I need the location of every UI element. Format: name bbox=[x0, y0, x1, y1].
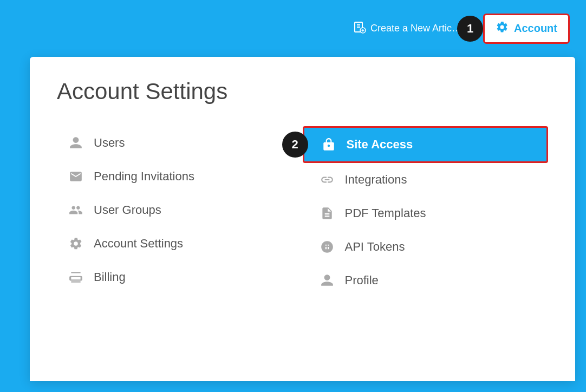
menu-item-account-settings[interactable]: Account Settings bbox=[57, 227, 303, 260]
lock-icon bbox=[321, 138, 337, 152]
main-panel: Account Settings Users Pend bbox=[30, 57, 575, 381]
profile-icon bbox=[319, 273, 335, 288]
menu-item-integrations[interactable]: Integrations bbox=[303, 163, 549, 197]
step-badge-1: 1 bbox=[457, 16, 483, 42]
menu-item-profile[interactable]: Profile bbox=[303, 264, 549, 297]
user-icon bbox=[68, 136, 84, 150]
api-icon bbox=[319, 240, 335, 254]
create-article-label: Create a New Artic… bbox=[370, 23, 461, 34]
left-menu-column: Users Pending Invitations User Gro bbox=[57, 126, 303, 297]
account-settings-label: Account Settings bbox=[94, 237, 183, 251]
top-bar: Create a New Artic… 1 Account bbox=[0, 0, 586, 57]
api-tokens-label: API Tokens bbox=[345, 240, 405, 254]
right-menu-column: 2 Site Access Int bbox=[303, 126, 549, 297]
users-label: Users bbox=[94, 136, 125, 150]
left-accent bbox=[0, 57, 30, 381]
account-button[interactable]: Account bbox=[483, 14, 570, 44]
link-icon bbox=[319, 173, 335, 187]
menu-item-user-groups[interactable]: User Groups bbox=[57, 193, 303, 227]
menu-item-pending-invitations[interactable]: Pending Invitations bbox=[57, 160, 303, 193]
menu-item-site-access[interactable]: Site Access bbox=[303, 126, 549, 163]
envelope-icon bbox=[68, 169, 84, 184]
account-button-wrapper: 1 Account bbox=[472, 14, 570, 44]
create-article-button[interactable]: Create a New Artic… bbox=[353, 21, 461, 37]
profile-label: Profile bbox=[345, 273, 379, 288]
site-access-label: Site Access bbox=[347, 138, 413, 152]
user-groups-label: User Groups bbox=[94, 203, 161, 217]
integrations-label: Integrations bbox=[345, 173, 407, 187]
step-badge-2: 2 bbox=[282, 132, 308, 158]
gear-icon bbox=[496, 21, 509, 37]
users-group-icon bbox=[68, 203, 84, 217]
menu-grid: Users Pending Invitations User Gro bbox=[57, 126, 548, 297]
file-icon bbox=[319, 206, 335, 220]
menu-item-api-tokens[interactable]: API Tokens bbox=[303, 230, 549, 264]
menu-item-pdf-templates[interactable]: PDF Templates bbox=[303, 197, 549, 230]
account-label: Account bbox=[514, 22, 557, 35]
settings-icon bbox=[68, 237, 84, 251]
billing-label: Billing bbox=[94, 270, 126, 284]
pending-invitations-label: Pending Invitations bbox=[94, 169, 194, 184]
menu-item-users[interactable]: Users bbox=[57, 126, 303, 160]
billing-icon bbox=[68, 270, 84, 284]
pdf-templates-label: PDF Templates bbox=[345, 206, 426, 220]
create-article-icon bbox=[353, 21, 366, 37]
menu-item-billing[interactable]: Billing bbox=[57, 260, 303, 294]
top-bar-actions: Create a New Artic… 1 Account bbox=[353, 14, 570, 44]
page-title: Account Settings bbox=[57, 79, 548, 104]
